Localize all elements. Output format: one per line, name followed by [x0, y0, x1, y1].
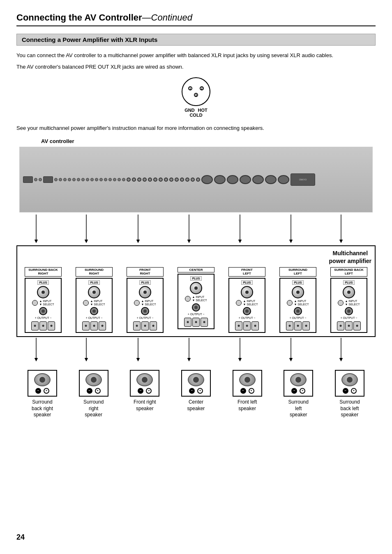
- speaker-cone-surround-back-left-speaker: [341, 373, 358, 386]
- input-knob-front-right[interactable]: [139, 286, 151, 298]
- channel-amp-front-right: PLUS ▲ INPUT▼ SELECT + OUTPUT − ⊕ ⊕ ⊕: [127, 278, 164, 333]
- plus-label-surround-right: PLUS: [88, 280, 100, 285]
- speaker-cone-inner-surround-back-left-speaker: [347, 377, 353, 383]
- plus-label-surround-left: PLUS: [292, 280, 304, 285]
- term-3-surround-left: ⊕: [302, 321, 310, 330]
- selector-knob-front-right[interactable]: [134, 300, 140, 306]
- channel-amp-surround-back-left: PLUS ▲ INPUT▼ SELECT + OUTPUT − ⊕ ⊕ ⊕: [330, 278, 367, 333]
- xlr-pins: 1 2 3: [188, 86, 204, 97]
- spk-pos-front-left-speaker: +: [249, 388, 254, 394]
- channel-front-right: FRONTRIGHT PLUS ▲ INPUT▼ SELECT + OUTPUT…: [122, 267, 168, 333]
- input-knob-front-left[interactable]: [241, 286, 253, 298]
- output-label-surround-left: + OUTPUT −: [290, 316, 307, 319]
- section-heading: Connecting a Power Amplifier with XLR In…: [16, 34, 376, 46]
- xlr-jack-surround-back-left: [345, 307, 353, 315]
- speaker-box-surround-left-speaker: − +: [284, 370, 313, 397]
- plus-label-front-right: PLUS: [139, 280, 151, 285]
- term-1-center: ⊕: [184, 318, 191, 327]
- term-2-surround-left: ⊕: [294, 321, 302, 330]
- speaker-terminals-surround-left-speaker: − +: [286, 388, 311, 394]
- speaker-box-center-speaker: − +: [181, 370, 211, 397]
- input-knob-inner-front-left: [245, 291, 249, 294]
- channel-surround-left: SURROUNDLEFT PLUS ▲ INPUT▼ SELECT + OUTP…: [275, 267, 321, 333]
- xlr-cold-label: COLD: [189, 113, 202, 118]
- xlr-gnd-label: GND: [184, 108, 194, 113]
- spk-pos-surround-back-left-speaker: +: [351, 388, 357, 394]
- xlr-jack-inner-surround-back-right: [42, 309, 45, 313]
- speaker-cone-inner-surround-right-speaker: [91, 377, 97, 383]
- speaker-unit-front-left-speaker: − + Front leftspeaker: [225, 370, 270, 418]
- selector-knob-surround-back-left[interactable]: [338, 300, 344, 306]
- selector-text-center: ▲ INPUT▼ SELECT: [192, 295, 207, 302]
- input-selector-surround-back-left: ▲ INPUT▼ SELECT: [338, 300, 360, 306]
- input-knob-inner-front-right: [143, 291, 147, 294]
- speaker-unit-surround-right-speaker: − + Surroundrightspeaker: [71, 370, 116, 418]
- selector-knob-front-left[interactable]: [236, 300, 242, 306]
- spk-neg-surround-back-left-speaker: −: [343, 388, 348, 394]
- output-label-surround-right: + OUTPUT −: [86, 316, 103, 319]
- input-selector-front-left: ▲ INPUT▼ SELECT: [236, 300, 258, 306]
- selector-text-front-left: ▲ INPUT▼ SELECT: [243, 300, 258, 306]
- output-label-surround-back-right: + OUTPUT −: [35, 316, 52, 319]
- xlr-jack-inner-surround-back-left: [347, 309, 350, 313]
- speaker-cone-inner-surround-back-right-speaker: [39, 377, 45, 383]
- xlr-jack-front-right: [141, 307, 149, 315]
- speaker-terminals-front-left-speaker: − +: [235, 388, 260, 394]
- selector-text-surround-back-right: ▲ INPUT▼ SELECT: [39, 300, 54, 306]
- term-3-surround-back-right: ⊕: [48, 321, 55, 330]
- speaker-cone-center-speaker: [188, 373, 204, 386]
- plus-label-center: PLUS: [190, 276, 202, 281]
- speaker-cone-surround-right-speaker: [85, 373, 102, 386]
- xlr-labels: GND HOT: [184, 108, 208, 113]
- speaker-unit-surround-back-left-speaker: − + Surroundback leftspeaker: [327, 370, 372, 418]
- term-2-front-right: ⊕: [141, 321, 149, 330]
- speaker-cone-front-right-speaker: [136, 373, 153, 386]
- output-terminals-surround-back-right: ⊕ ⊕ ⊕: [31, 321, 55, 330]
- connector-arrows: [16, 212, 378, 245]
- av-controller-panel: ONKYO: [19, 147, 373, 212]
- input-knob-surround-back-right[interactable]: [37, 286, 49, 298]
- selector-knob-center[interactable]: [185, 296, 191, 302]
- channels-row: SURROUND BACKRIGHT PLUS ▲ INPUT▼ SELECT …: [21, 267, 371, 333]
- speaker-box-front-left-speaker: − +: [233, 370, 262, 397]
- input-selector-surround-right: ▲ INPUT▼ SELECT: [83, 300, 105, 306]
- selector-knob-surround-back-right[interactable]: [32, 300, 38, 306]
- input-knob-inner-surround-back-left: [347, 291, 350, 294]
- input-knob-surround-back-left[interactable]: [343, 286, 355, 298]
- input-knob-center[interactable]: [190, 282, 202, 294]
- output-terminals-front-right: ⊕ ⊕ ⊕: [133, 321, 157, 330]
- input-selector-surround-left: ▲ INPUT▼ SELECT: [287, 300, 309, 306]
- input-knob-surround-right[interactable]: [88, 286, 100, 298]
- channel-label-front-right: FRONTRIGHT: [127, 267, 164, 277]
- speaker-terminals-front-right-speaker: − +: [132, 388, 157, 394]
- xlr-jack-inner-surround-right: [92, 309, 96, 313]
- speaker-box-surround-back-right-speaker: − +: [28, 370, 57, 397]
- speaker-unit-surround-left-speaker: − + Surroundleftspeaker: [276, 370, 321, 418]
- speaker-cone-surround-left-speaker: [290, 373, 307, 386]
- speaker-unit-front-right-speaker: − + Front rightspeaker: [122, 370, 167, 418]
- selector-knob-surround-right[interactable]: [83, 300, 89, 306]
- term-3-surround-right: ⊕: [99, 321, 106, 330]
- plus-label-surround-back-left: PLUS: [343, 280, 355, 285]
- selector-knob-surround-left[interactable]: [287, 300, 293, 306]
- spk-pos-surround-right-speaker: +: [95, 388, 101, 394]
- speaker-name-surround-back-left-speaker: Surroundback leftspeaker: [339, 399, 360, 418]
- selector-text-surround-right: ▲ INPUT▼ SELECT: [90, 300, 105, 306]
- spk-neg-center-speaker: −: [189, 388, 195, 394]
- plus-label-surround-back-right: PLUS: [37, 280, 49, 285]
- body-text-3: See your multichannel power amplifier's …: [16, 124, 376, 132]
- title-continued: —Continued: [142, 12, 192, 23]
- xlr-jack-inner-front-right: [143, 309, 147, 313]
- channel-front-left: FRONTLEFT PLUS ▲ INPUT▼ SELECT + OUTPUT …: [224, 267, 270, 333]
- speaker-box-surround-back-left-speaker: − +: [335, 370, 364, 397]
- input-knob-surround-left[interactable]: [292, 286, 304, 298]
- speaker-name-surround-back-right-speaker: Surroundback rightspeaker: [32, 399, 53, 418]
- title-main: Connecting the AV Controller: [16, 12, 142, 23]
- speaker-terminals-surround-back-left-speaker: − +: [337, 388, 362, 394]
- speaker-connector-arrows: [16, 337, 378, 362]
- xlr-circle: 1 2 3: [182, 77, 210, 106]
- speakers-row: − + Surroundback rightspeaker − + Surrou…: [16, 370, 376, 418]
- xlr-jack-surround-back-right: [39, 307, 47, 315]
- multichannel-label: Multichannel power amplifier: [329, 249, 371, 265]
- av-panel-detail: ONKYO: [20, 147, 372, 212]
